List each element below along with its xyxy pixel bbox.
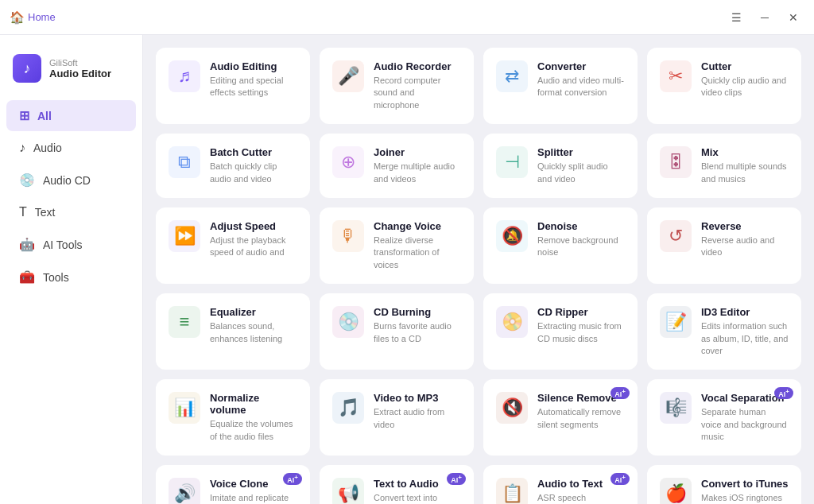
card-title-cutter: Cutter: [701, 60, 789, 72]
card-text-cd-ripper: CD Ripper Extracting music from CD music…: [537, 306, 625, 345]
card-adjust-speed[interactable]: ⏩ Adjust Speed Adjust the playback speed…: [156, 207, 310, 284]
ai-badge-audio-to-text: AI+: [610, 473, 630, 485]
card-text-change-voice: Change Voice Realize diverse transformat…: [374, 220, 461, 271]
card-icon-voice-clone: 🔊: [169, 478, 200, 504]
card-text-converter: Converter Audio and video multi-format c…: [537, 60, 625, 99]
product-name: Audio Editor: [49, 68, 111, 79]
sidebar: ♪ GiliSoft Audio Editor ⊞ All ♪ Audio 💿 …: [0, 35, 143, 504]
card-text-joiner: Joiner Merge multiple audio and videos: [374, 146, 461, 185]
minimize-button[interactable]: ─: [754, 6, 776, 29]
card-title-id3-editor: ID3 Editor: [701, 306, 789, 318]
card-silence-remove[interactable]: 🔇 Silence Remove Automatically remove si…: [483, 379, 638, 456]
card-vocal-separation[interactable]: 🎼 Vocal Separation Separate human voice …: [647, 379, 801, 456]
card-text-denoise: Denoise Remove background noise: [537, 220, 625, 259]
sidebar-item-tools[interactable]: 🧰 Tools: [6, 262, 136, 293]
card-desc-silence-remove: Automatically remove silent segments: [537, 406, 625, 431]
card-icon-batch-cutter: ⧉: [169, 146, 200, 178]
card-convert-to-itunes[interactable]: 🍎 Convert to iTunes Makes iOS ringtones …: [647, 465, 801, 504]
card-joiner[interactable]: ⊕ Joiner Merge multiple audio and videos: [320, 134, 474, 198]
card-denoise[interactable]: 🔕 Denoise Remove background noise: [483, 207, 638, 284]
brand-name: GiliSoft: [49, 58, 111, 68]
sidebar-item-text[interactable]: T Text: [6, 197, 136, 227]
sidebar-item-all[interactable]: ⊞ All: [6, 100, 136, 131]
card-icon-equalizer: ≡: [169, 306, 200, 338]
card-desc-voice-clone: Imitate and replicate the same voice.: [210, 492, 297, 504]
card-cd-ripper[interactable]: 📀 CD Ripper Extracting music from CD mus…: [483, 293, 638, 370]
card-title-batch-cutter: Batch Cutter: [210, 146, 297, 158]
card-text-video-to-mp3: Video to MP3 Extract audio from video: [374, 392, 461, 431]
app-logo: ♪ GiliSoft Audio Editor: [0, 48, 142, 99]
sidebar-item-audio-cd[interactable]: 💿 Audio CD: [6, 165, 136, 196]
home-link[interactable]: 🏠 Home: [10, 10, 56, 25]
card-desc-mix: Blend multiple sounds and musics: [701, 161, 789, 185]
card-icon-text-to-audio: 📢: [332, 478, 364, 504]
card-icon-converter: ⇄: [496, 60, 528, 92]
card-title-joiner: Joiner: [374, 146, 461, 158]
ai-badge-vocal-separation: AI+: [774, 387, 793, 399]
card-text-to-audio[interactable]: 📢 Text to Audio Convert text into speech…: [320, 465, 474, 504]
card-text-cutter: Cutter Quickly clip audio and video clip…: [701, 60, 789, 99]
card-icon-splitter: ⊣: [496, 146, 528, 178]
card-title-cd-burning: CD Burning: [374, 306, 461, 318]
ai-badge-text-to-audio: AI+: [447, 473, 466, 485]
card-normalize-volume[interactable]: 📊 Normalize volume Equalize the volumes …: [156, 379, 310, 456]
card-video-to-mp3[interactable]: 🎵 Video to MP3 Extract audio from video: [320, 379, 474, 456]
card-icon-audio-recorder: 🎤: [332, 60, 364, 92]
card-batch-cutter[interactable]: ⧉ Batch Cutter Batch quickly clip audio …: [156, 134, 310, 198]
card-icon-mix: 🎛: [660, 146, 692, 178]
card-title-audio-recorder: Audio Recorder: [374, 60, 461, 72]
card-text-splitter: Splitter Quickly split audio and video: [537, 146, 625, 185]
menu-button[interactable]: ☰: [725, 6, 747, 29]
card-title-normalize-volume: Normalize volume: [210, 392, 297, 416]
sidebar-item-tools-label: Tools: [43, 271, 69, 284]
sidebar-item-text-label: Text: [35, 206, 56, 219]
card-splitter[interactable]: ⊣ Splitter Quickly split audio and video: [483, 134, 638, 198]
card-id3-editor[interactable]: 📝 ID3 Editor Edits information such as a…: [647, 293, 801, 370]
logo-icon: ♪: [13, 54, 41, 83]
close-button[interactable]: ✕: [782, 6, 804, 29]
ai-badge-silence-remove: AI+: [610, 387, 630, 399]
card-desc-id3-editor: Edits information such as album, ID, tit…: [701, 320, 789, 357]
card-title-convert-to-itunes: Convert to iTunes: [701, 478, 789, 490]
ai-tools-icon: 🤖: [19, 237, 35, 252]
card-desc-adjust-speed: Adjust the playback speed of audio and: [210, 235, 297, 259]
text-icon: T: [19, 205, 27, 219]
card-audio-editing[interactable]: ♬ Audio Editing Editing and special effe…: [156, 48, 310, 124]
card-desc-audio-editing: Editing and special effects settings: [210, 75, 297, 99]
card-desc-normalize-volume: Equalize the volumes of the audio files: [210, 418, 297, 443]
card-converter[interactable]: ⇄ Converter Audio and video multi-format…: [483, 48, 638, 124]
card-text-id3-editor: ID3 Editor Edits information such as alb…: [701, 306, 789, 357]
card-title-mix: Mix: [701, 146, 789, 158]
card-audio-recorder[interactable]: 🎤 Audio Recorder Record computer sound a…: [320, 48, 474, 124]
card-text-vocal-separation: Vocal Separation Separate human voice an…: [701, 392, 789, 443]
card-reverse[interactable]: ↺ Reverse Reverse audio and video: [647, 207, 801, 284]
card-desc-converter: Audio and video multi-format conversion: [537, 75, 625, 99]
card-desc-video-to-mp3: Extract audio from video: [374, 406, 461, 431]
sidebar-item-ai-tools[interactable]: 🤖 AI Tools: [6, 229, 136, 260]
card-icon-adjust-speed: ⏩: [169, 220, 200, 252]
card-desc-equalizer: Balances sound, enhances listening: [210, 320, 297, 345]
card-desc-cd-burning: Burns favorite audio files to a CD: [374, 320, 461, 345]
card-change-voice[interactable]: 🎙 Change Voice Realize diverse transform…: [320, 207, 474, 284]
card-desc-batch-cutter: Batch quickly clip audio and video: [210, 161, 297, 185]
card-mix[interactable]: 🎛 Mix Blend multiple sounds and musics: [647, 134, 801, 198]
sidebar-item-audio-label: Audio: [33, 142, 62, 154]
card-text-mix: Mix Blend multiple sounds and musics: [701, 146, 789, 185]
card-cutter[interactable]: ✂ Cutter Quickly clip audio and video cl…: [647, 48, 801, 124]
card-equalizer[interactable]: ≡ Equalizer Balances sound, enhances lis…: [156, 293, 310, 370]
card-icon-cd-ripper: 📀: [496, 306, 528, 338]
card-cd-burning[interactable]: 💿 CD Burning Burns favorite audio files …: [320, 293, 474, 370]
card-desc-joiner: Merge multiple audio and videos: [374, 161, 461, 185]
card-text-batch-cutter: Batch Cutter Batch quickly clip audio an…: [210, 146, 297, 185]
card-text-cd-burning: CD Burning Burns favorite audio files to…: [374, 306, 461, 345]
card-title-denoise: Denoise: [537, 220, 625, 232]
card-voice-clone[interactable]: 🔊 Voice Clone Imitate and replicate the …: [156, 465, 310, 504]
titlebar: 🏠 Home ☰ ─ ✕: [0, 0, 814, 35]
card-desc-denoise: Remove background noise: [537, 235, 625, 259]
card-text-normalize-volume: Normalize volume Equalize the volumes of…: [210, 392, 297, 443]
sidebar-item-audio[interactable]: ♪ Audio: [6, 133, 136, 163]
card-title-video-to-mp3: Video to MP3: [374, 392, 461, 404]
window-controls: ☰ ─ ✕: [725, 6, 804, 29]
card-audio-to-text[interactable]: 📋 Audio to Text ASR speech recognition t…: [483, 465, 638, 504]
card-desc-vocal-separation: Separate human voice and background musi…: [701, 406, 789, 443]
